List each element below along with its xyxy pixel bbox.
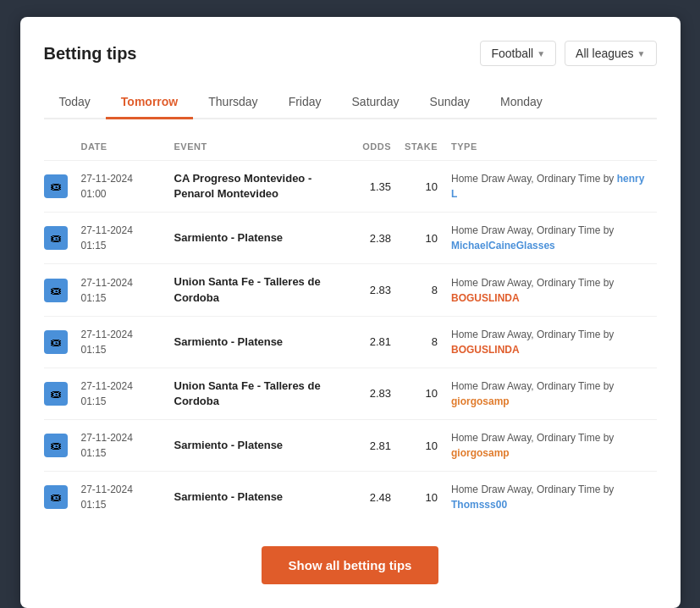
type-text: Home Draw Away, Ordinary Time by [451, 224, 614, 236]
row-stake: 10 [398, 368, 444, 419]
row-stake: 8 [398, 316, 444, 368]
row-odds: 1.35 [347, 161, 398, 213]
page-title: Betting tips [44, 44, 137, 64]
author-link[interactable]: MichaelCaineGlasses [451, 240, 555, 251]
row-date: 27-11-202401:15 [74, 316, 168, 368]
row-odds: 2.81 [347, 316, 398, 368]
table-row: 27-11-202401:15 Sarmiento - Platense 2.4… [44, 472, 657, 523]
tab-thursday[interactable]: Thursday [193, 86, 273, 119]
row-type: Home Draw Away, Ordinary Time by Michael… [444, 213, 656, 264]
type-text: Home Draw Away, Ordinary Time by [451, 173, 617, 185]
row-date: 27-11-202401:15 [74, 213, 168, 264]
football-filter-label: Football [491, 47, 533, 60]
row-icon-cell [44, 161, 74, 213]
row-stake: 10 [398, 420, 444, 472]
ticket-icon [44, 330, 68, 354]
ticket-icon [44, 279, 68, 302]
row-type: Home Draw Away, Ordinary Time by BOGUSLI… [444, 264, 656, 316]
row-event: Sarmiento - Platense [168, 420, 348, 472]
row-odds: 2.48 [347, 472, 398, 523]
table-header: DATE EVENT ODDS STAKE TYPE [44, 136, 657, 161]
row-icon-cell [44, 472, 74, 523]
betting-tips-card: Betting tips Football ▼ All leagues ▼ To… [20, 17, 681, 608]
type-text: Home Draw Away, Ordinary Time by [451, 432, 614, 444]
table-row: 27-11-202401:00 CA Progreso Montevideo -… [44, 161, 657, 213]
show-all-button[interactable]: Show all betting tips [262, 546, 439, 584]
row-date: 27-11-202401:15 [74, 368, 168, 419]
row-icon-cell [44, 420, 74, 472]
author-link[interactable]: BOGUSLINDA [451, 292, 520, 304]
row-type: Home Draw Away, Ordinary Time by Thomsss… [444, 472, 656, 523]
row-date: 27-11-202401:15 [74, 472, 168, 523]
row-odds: 2.83 [347, 368, 398, 419]
row-icon-cell [44, 316, 74, 368]
table-row: 27-11-202401:15 Sarmiento - Platense 2.8… [44, 316, 657, 368]
tabs-container: Today Tomorrow Thursday Friday Saturday … [44, 86, 657, 119]
row-icon-cell [44, 264, 74, 316]
type-text: Home Draw Away, Ordinary Time by [451, 329, 614, 340]
tab-friday[interactable]: Friday [273, 86, 337, 119]
row-stake: 8 [398, 264, 444, 316]
row-icon-cell [44, 213, 74, 264]
row-stake: 10 [398, 213, 444, 264]
ticket-icon [44, 382, 68, 406]
table-row: 27-11-202401:15 Sarmiento - Platense 2.8… [44, 420, 657, 472]
row-type: Home Draw Away, Ordinary Time by henry L [444, 161, 656, 213]
row-event: Sarmiento - Platense [168, 316, 348, 368]
row-type: Home Draw Away, Ordinary Time by giorgos… [444, 368, 656, 419]
author-link[interactable]: BOGUSLINDA [451, 344, 520, 356]
author-link[interactable]: giorgosamp [451, 395, 510, 407]
th-odds: ODDS [347, 136, 398, 161]
league-filter-btn[interactable]: All leagues ▼ [565, 41, 656, 66]
row-event: CA Progreso Montevideo - Penarol Montevi… [168, 161, 348, 213]
th-type: TYPE [444, 136, 656, 161]
row-type: Home Draw Away, Ordinary Time by giorgos… [444, 420, 656, 472]
card-header: Betting tips Football ▼ All leagues ▼ [44, 41, 657, 66]
row-odds: 2.38 [347, 213, 398, 264]
table-body: 27-11-202401:00 CA Progreso Montevideo -… [44, 161, 657, 523]
row-event: Union Santa Fe - Talleres de Cordoba [168, 264, 348, 316]
ticket-icon [44, 226, 68, 250]
row-event: Union Santa Fe - Talleres de Cordoba [168, 368, 348, 419]
tab-sunday[interactable]: Sunday [415, 86, 485, 119]
th-stake: STAKE [398, 136, 444, 161]
row-date: 27-11-202401:00 [74, 161, 168, 213]
ticket-icon [44, 434, 68, 457]
th-date: DATE [74, 136, 168, 161]
row-stake: 10 [398, 161, 444, 213]
type-text: Home Draw Away, Ordinary Time by [451, 380, 614, 392]
ticket-icon [44, 174, 68, 198]
type-text: Home Draw Away, Ordinary Time by [451, 484, 614, 495]
row-icon-cell [44, 368, 74, 419]
football-filter-btn[interactable]: Football ▼ [480, 41, 556, 66]
author-link[interactable]: giorgosamp [451, 447, 510, 459]
th-event: EVENT [168, 136, 348, 161]
row-event: Sarmiento - Platense [168, 213, 348, 264]
tab-tomorrow[interactable]: Tomorrow [106, 86, 193, 119]
league-chevron-icon: ▼ [637, 49, 646, 58]
th-icon [44, 136, 74, 161]
row-date: 27-11-202401:15 [74, 264, 168, 316]
row-type: Home Draw Away, Ordinary Time by BOGUSLI… [444, 316, 656, 368]
table-row: 27-11-202401:15 Union Santa Fe - Tallere… [44, 368, 657, 419]
league-filter-label: All leagues [576, 47, 634, 60]
table-row: 27-11-202401:15 Sarmiento - Platense 2.3… [44, 213, 657, 264]
football-chevron-icon: ▼ [537, 49, 545, 58]
filters-container: Football ▼ All leagues ▼ [480, 41, 656, 66]
table-row: 27-11-202401:15 Union Santa Fe - Tallere… [44, 264, 657, 316]
ticket-icon [44, 485, 68, 509]
tips-table: DATE EVENT ODDS STAKE TYPE 27-11-202401:… [44, 136, 657, 522]
author-link[interactable]: Thomsss00 [451, 499, 507, 511]
row-date: 27-11-202401:15 [74, 420, 168, 472]
row-odds: 2.81 [347, 420, 398, 472]
tab-today[interactable]: Today [44, 86, 106, 119]
show-all-wrap: Show all betting tips [44, 546, 657, 584]
type-text: Home Draw Away, Ordinary Time by [451, 277, 614, 289]
row-event: Sarmiento - Platense [168, 472, 348, 523]
row-stake: 10 [398, 472, 444, 523]
row-odds: 2.83 [347, 264, 398, 316]
tab-saturday[interactable]: Saturday [337, 86, 415, 119]
tab-monday[interactable]: Monday [485, 86, 558, 119]
